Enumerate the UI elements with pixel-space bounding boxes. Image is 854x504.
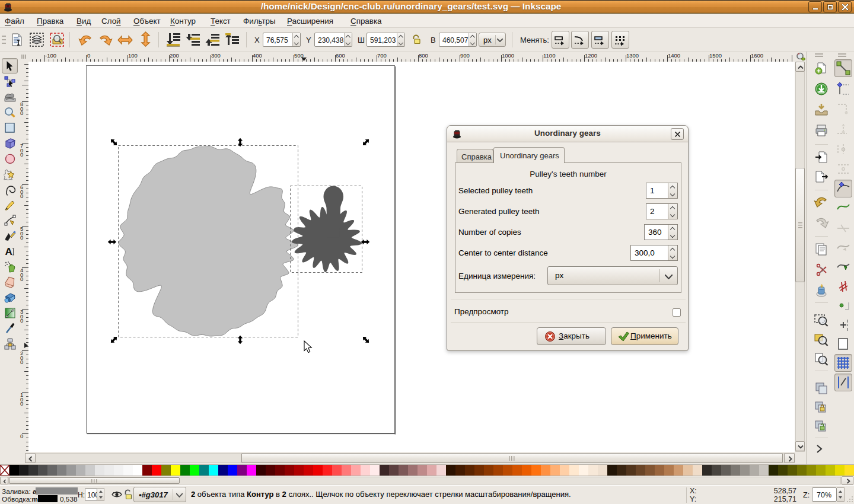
svg-text:A: A (5, 246, 12, 257)
